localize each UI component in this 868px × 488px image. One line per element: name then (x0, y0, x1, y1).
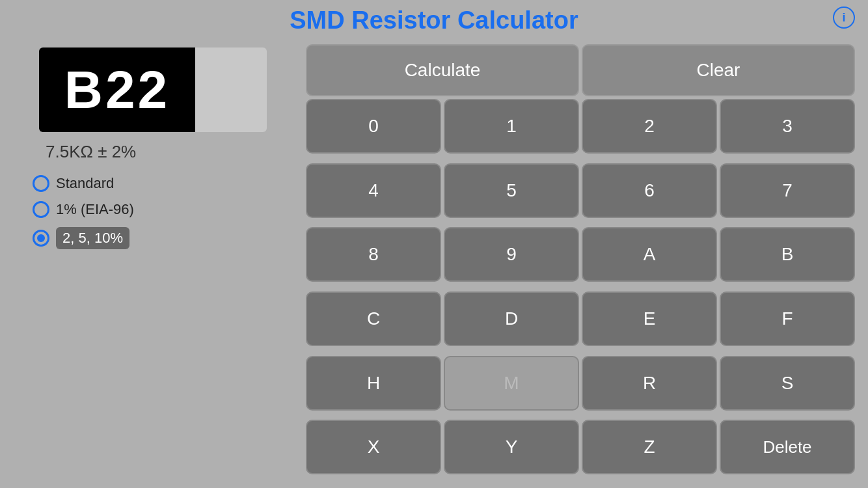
radio-circle-multi[interactable] (33, 230, 49, 247)
resistor-display: B22 (39, 47, 267, 132)
resistor-value: 7.5KΩ ± 2% (39, 142, 267, 162)
key-a[interactable]: A (582, 227, 717, 282)
key-5[interactable]: 5 (444, 163, 579, 218)
clear-button[interactable]: Clear (582, 44, 855, 96)
header: SMD Resistor Calculator i (0, 0, 868, 38)
radio-label-standard: Standard (56, 175, 114, 192)
key-c[interactable]: C (306, 291, 441, 346)
key-s[interactable]: S (720, 356, 855, 411)
radio-circle-standard[interactable] (33, 175, 49, 192)
key-e[interactable]: E (582, 291, 717, 346)
key-f[interactable]: F (720, 291, 855, 346)
key-1[interactable]: 1 (444, 99, 579, 154)
key-z[interactable]: Z (582, 420, 717, 474)
calculate-button[interactable]: Calculate (306, 44, 579, 96)
key-d[interactable]: D (444, 291, 579, 346)
right-panel: Calculate Clear 0123456789ABCDEFHMRSXYZD… (306, 44, 855, 481)
app-title: SMD Resistor Calculator (13, 7, 855, 34)
key-h[interactable]: H (306, 356, 441, 411)
radio-item-standard[interactable]: Standard (33, 175, 134, 192)
resistor-code: B22 (64, 59, 170, 120)
radio-circle-eia96[interactable] (33, 201, 49, 218)
keypad-grid: 0123456789ABCDEFHMRSXYZDelete (306, 99, 855, 481)
action-row: Calculate Clear (306, 44, 855, 96)
key-y[interactable]: Y (444, 420, 579, 474)
main-content: B22 7.5KΩ ± 2% Standard1% (EIA-96)2, 5, … (0, 38, 868, 488)
key-b[interactable]: B (720, 227, 855, 282)
key-8[interactable]: 8 (306, 227, 441, 282)
key-0[interactable]: 0 (306, 99, 441, 154)
key-r[interactable]: R (582, 356, 717, 411)
radio-group: Standard1% (EIA-96)2, 5, 10% (13, 175, 134, 249)
resistor-code-box: B22 (39, 47, 195, 132)
radio-item-multi[interactable]: 2, 5, 10% (33, 227, 134, 249)
key-6[interactable]: 6 (582, 163, 717, 218)
radio-label-multi: 2, 5, 10% (56, 227, 129, 249)
radio-item-eia96[interactable]: 1% (EIA-96) (33, 201, 134, 218)
left-panel: B22 7.5KΩ ± 2% Standard1% (EIA-96)2, 5, … (13, 44, 293, 481)
key-m: M (444, 356, 579, 411)
key-7[interactable]: 7 (720, 163, 855, 218)
radio-label-eia96: 1% (EIA-96) (56, 201, 134, 218)
info-button[interactable]: i (833, 7, 855, 29)
key-x[interactable]: X (306, 420, 441, 474)
key-9[interactable]: 9 (444, 227, 579, 282)
key-delete[interactable]: Delete (720, 420, 855, 474)
key-4[interactable]: 4 (306, 163, 441, 218)
key-2[interactable]: 2 (582, 99, 717, 154)
key-3[interactable]: 3 (720, 99, 855, 154)
